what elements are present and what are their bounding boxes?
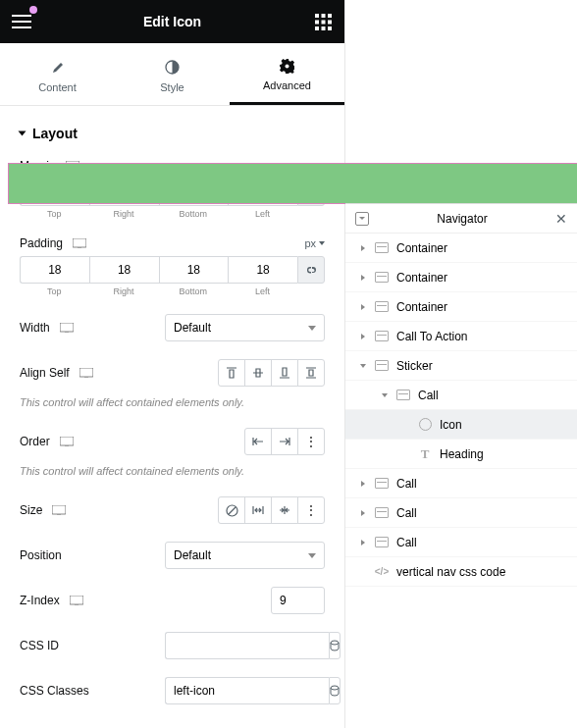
- align-stretch-button[interactable]: [297, 359, 325, 387]
- text-icon: T: [416, 447, 434, 461]
- menu-button[interactable]: [0, 0, 43, 43]
- tab-style[interactable]: Style: [115, 43, 230, 105]
- navigator-panel: Navigator ✕ ContainerContainerContainerC…: [345, 203, 577, 728]
- order-buttons: ⋮: [244, 428, 325, 455]
- container-icon: [373, 506, 391, 520]
- chevron-icon[interactable]: [361, 275, 365, 281]
- svg-rect-10: [328, 26, 332, 30]
- padding-left-input[interactable]: [228, 256, 297, 284]
- chevron-icon[interactable]: [361, 510, 365, 516]
- align-self-control: Align Self: [20, 359, 325, 387]
- align-center-button[interactable]: [244, 359, 272, 387]
- tree-item[interactable]: Container: [345, 234, 577, 263]
- tree-item[interactable]: Sticker: [345, 351, 577, 381]
- tree-item[interactable]: Call To Action: [345, 322, 577, 351]
- responsive-icon[interactable]: [60, 437, 74, 446]
- order-start-button[interactable]: [244, 428, 272, 455]
- svg-rect-2: [315, 14, 319, 18]
- container-icon: [373, 271, 391, 285]
- tab-content[interactable]: Content: [0, 43, 115, 105]
- align-start-button[interactable]: [218, 359, 245, 387]
- tree-item-label: Call: [396, 506, 417, 520]
- chevron-icon[interactable]: [361, 334, 365, 339]
- responsive-icon[interactable]: [73, 238, 86, 248]
- tree-item[interactable]: Call: [345, 469, 577, 498]
- tree-item[interactable]: Container: [345, 263, 577, 292]
- order-end-button[interactable]: [271, 428, 298, 455]
- section-layout[interactable]: Layout: [20, 126, 325, 141]
- position-control: Position Default: [20, 542, 325, 569]
- tree-item-label: Icon: [440, 418, 462, 432]
- responsive-icon[interactable]: [79, 368, 93, 378]
- apps-button[interactable]: [301, 0, 344, 43]
- container-icon: [373, 300, 391, 314]
- css-id-control: CSS ID: [20, 632, 325, 659]
- responsive-icon[interactable]: [70, 596, 83, 605]
- container-icon: [373, 477, 391, 491]
- padding-top-input[interactable]: [20, 256, 89, 284]
- tree-item[interactable]: Call: [345, 498, 577, 528]
- selected-element-preview[interactable]: [8, 163, 577, 204]
- link-values-button[interactable]: [297, 256, 325, 284]
- dynamic-button[interactable]: [329, 677, 341, 704]
- align-note: This control will affect contained eleme…: [20, 396, 325, 408]
- tree-item[interactable]: </>vertical nav css code: [345, 557, 577, 587]
- gear-icon: [280, 58, 295, 74]
- pencil-icon: [50, 60, 66, 76]
- padding-right-input[interactable]: [89, 256, 159, 284]
- order-note: This control will affect contained eleme…: [20, 465, 325, 477]
- responsive-icon[interactable]: [52, 505, 66, 515]
- svg-rect-4: [328, 14, 332, 18]
- svg-rect-3: [321, 14, 325, 18]
- container-icon: [373, 330, 391, 343]
- chevron-icon[interactable]: [361, 540, 365, 546]
- tree-item-label: Container: [396, 271, 447, 285]
- tabs: Content Style Advanced: [0, 43, 344, 106]
- svg-point-15: [331, 641, 339, 645]
- size-more-button[interactable]: ⋮: [297, 496, 325, 524]
- align-end-button[interactable]: [271, 359, 298, 387]
- tree-item[interactable]: THeading: [345, 440, 577, 469]
- svg-rect-8: [315, 26, 319, 30]
- position-select[interactable]: Default: [165, 542, 325, 569]
- zindex-input[interactable]: [271, 587, 325, 614]
- size-shrink-button[interactable]: [271, 496, 298, 524]
- container-icon: [373, 359, 391, 373]
- unit-selector[interactable]: px: [304, 237, 325, 249]
- css-id-input[interactable]: [165, 632, 329, 659]
- tree-item-label: Call: [396, 536, 417, 549]
- svg-rect-7: [328, 20, 332, 24]
- chevron-icon[interactable]: [360, 364, 366, 368]
- svg-rect-6: [321, 20, 325, 24]
- align-self-buttons: [218, 359, 325, 387]
- tree-item[interactable]: Icon: [345, 410, 577, 440]
- order-more-button[interactable]: ⋮: [297, 428, 325, 455]
- tab-advanced[interactable]: Advanced: [230, 43, 344, 105]
- close-button[interactable]: ✕: [555, 211, 567, 227]
- svg-rect-5: [315, 20, 319, 24]
- size-buttons: ⋮: [218, 496, 325, 524]
- chevron-icon[interactable]: [361, 481, 365, 487]
- chevron-icon[interactable]: [382, 393, 388, 397]
- size-grow-button[interactable]: [244, 496, 272, 524]
- tree-item[interactable]: Call: [345, 528, 577, 557]
- tree-item-label: Sticker: [396, 359, 433, 373]
- order-control: Order ⋮: [20, 428, 325, 455]
- css-classes-input[interactable]: [165, 677, 329, 704]
- container-icon: [373, 536, 391, 549]
- chevron-icon[interactable]: [361, 245, 365, 251]
- padding-bottom-input[interactable]: [159, 256, 229, 284]
- svg-line-14: [229, 507, 236, 514]
- width-select[interactable]: Default: [165, 314, 325, 341]
- svg-point-12: [286, 64, 289, 68]
- navigator-header: Navigator ✕: [345, 204, 577, 234]
- chevron-icon[interactable]: [361, 304, 365, 310]
- tree-item[interactable]: Container: [345, 292, 577, 322]
- tree-item-label: vertical nav css code: [396, 565, 505, 579]
- dynamic-button[interactable]: [329, 632, 341, 659]
- size-none-button[interactable]: [218, 496, 245, 524]
- responsive-icon[interactable]: [60, 323, 74, 333]
- tree-item-label: Call: [418, 389, 439, 402]
- collapse-icon[interactable]: [355, 212, 369, 226]
- tree-item[interactable]: Call: [345, 381, 577, 410]
